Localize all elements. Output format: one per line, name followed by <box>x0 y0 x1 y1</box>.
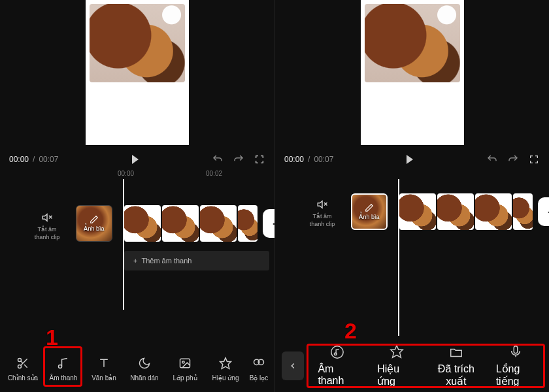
fullscreen-icon[interactable] <box>528 154 540 165</box>
undo-icon[interactable] <box>486 154 498 165</box>
tool-audio-label: Âm thanh <box>50 374 78 382</box>
edit-icon <box>365 203 374 212</box>
plus-icon: + <box>133 257 137 265</box>
tool-filter-label: Bộ lọc <box>250 374 269 382</box>
time-current: 00:00 <box>9 155 29 164</box>
video-preview <box>275 0 549 149</box>
clip-thumb[interactable] <box>200 205 237 242</box>
svg-marker-14 <box>318 201 322 208</box>
screenshot-step-2: 00:00 / 00:07 Tắt âm thanh clip <box>274 0 549 392</box>
music-note-icon <box>56 356 71 370</box>
folder-icon <box>449 345 463 359</box>
tool-filter[interactable]: Bộ lọc <box>246 356 271 382</box>
mic-icon <box>508 344 523 359</box>
add-audio-label: Thêm âm thanh <box>141 257 191 265</box>
svg-rect-9 <box>180 359 190 367</box>
tool-sticker-label: Nhãn dán <box>130 374 158 382</box>
svg-point-17 <box>331 346 343 358</box>
tool-edit-label: Chỉnh sửa <box>8 374 38 382</box>
svg-marker-19 <box>391 346 403 357</box>
tool-audio[interactable]: Âm thanh <box>44 356 83 382</box>
tool-sticker[interactable]: Nhãn dán <box>125 356 164 382</box>
annotation-step-1: 1 <box>46 325 58 350</box>
tool-extracted[interactable]: Đã trích xuất <box>437 345 476 387</box>
playhead[interactable] <box>123 179 124 310</box>
play-button[interactable] <box>407 155 413 164</box>
music-note-circle-icon <box>330 345 344 359</box>
tool-text[interactable]: Văn bản <box>84 356 124 382</box>
time-sep: / <box>33 155 35 164</box>
timeline[interactable]: Tắt âm thanh clip Ảnh bìa + + Thêm âm th… <box>0 186 274 346</box>
ruler-tick-0: 00:00 <box>118 170 134 186</box>
redo-icon[interactable] <box>233 154 244 165</box>
time-current: 00:00 <box>284 155 304 164</box>
mute-clip-button[interactable]: Tắt âm thanh clip <box>26 212 68 241</box>
clip-thumb[interactable] <box>124 205 161 242</box>
add-clip-button[interactable]: + <box>538 197 549 226</box>
mute-clip-line2: thanh clip <box>301 221 343 229</box>
ruler-tick-1: 00:02 <box>206 170 222 186</box>
svg-point-8 <box>59 365 62 368</box>
preview-image <box>90 4 185 82</box>
tool-extracted-label: Đã trích xuất <box>437 363 476 387</box>
tool-voice-label: Lồng tiếng <box>496 363 535 387</box>
preview-frame[interactable] <box>86 0 189 145</box>
cover-label: Ảnh bìa <box>359 214 379 220</box>
preview-frame[interactable] <box>361 0 464 145</box>
tool-sound-effects[interactable]: Hiệu ứng <box>377 344 416 387</box>
mute-clip-button[interactable]: Tắt âm thanh clip <box>301 199 343 228</box>
clip-thumb[interactable] <box>399 193 436 230</box>
scissors-icon <box>16 356 30 370</box>
ruler-spacer <box>275 170 549 186</box>
tool-overlay[interactable]: Lớp phủ <box>165 356 205 382</box>
svg-marker-0 <box>42 214 47 221</box>
tool-audio[interactable]: Âm thanh <box>318 345 357 387</box>
bottom-toolbar: Chỉnh sửa Âm thanh Văn bản Nhãn dán Lớp … <box>0 346 274 392</box>
clip-thumb[interactable] <box>513 193 533 230</box>
svg-rect-20 <box>514 346 518 353</box>
mute-clip-line2: thanh clip <box>26 234 68 242</box>
tool-overlay-label: Lớp phủ <box>173 374 197 382</box>
image-icon <box>178 356 192 370</box>
cover-chip[interactable]: Ảnh bìa <box>76 205 112 242</box>
mute-clip-line1: Tắt âm <box>301 213 343 221</box>
svg-point-18 <box>335 353 337 355</box>
cover-chip[interactable]: Ảnh bìa <box>351 193 388 230</box>
star-icon <box>218 356 233 370</box>
tool-effects-label-b: Hiệu ứng <box>377 363 416 387</box>
video-preview <box>0 0 274 149</box>
clip-thumb[interactable] <box>437 193 474 230</box>
back-button[interactable] <box>282 351 304 380</box>
undo-icon[interactable] <box>212 154 224 165</box>
tool-edit[interactable]: Chỉnh sửa <box>3 356 42 382</box>
video-track[interactable]: + <box>124 205 291 242</box>
star-icon <box>390 344 404 359</box>
add-audio-track[interactable]: + Thêm âm thanh <box>124 251 269 270</box>
text-icon <box>97 356 111 370</box>
tool-effects[interactable]: Hiệu ứng <box>206 356 245 382</box>
time-sep: / <box>308 155 310 164</box>
clip-thumb[interactable] <box>238 205 258 242</box>
cover-label: Ảnh bìa <box>84 225 104 232</box>
filter-icon <box>252 356 266 370</box>
moon-icon <box>137 356 152 370</box>
tool-audio-label-b: Âm thanh <box>318 363 357 387</box>
tool-effects-label: Hiệu ứng <box>212 374 239 382</box>
clip-thumb[interactable] <box>475 193 512 230</box>
time-total: 00:07 <box>314 155 333 164</box>
clip-thumb[interactable] <box>162 205 199 242</box>
timeline-ruler: 00:00 00:02 <box>0 170 274 186</box>
video-track[interactable]: + <box>399 193 549 230</box>
player-bar: 00:00 / 00:07 <box>275 149 549 170</box>
timeline[interactable]: Tắt âm thanh clip Ảnh bìa + 2 <box>275 186 549 344</box>
speaker-mute-icon <box>41 212 53 223</box>
fullscreen-icon[interactable] <box>254 154 265 165</box>
redo-icon[interactable] <box>507 154 519 165</box>
svg-point-10 <box>182 361 184 363</box>
player-bar: 00:00 / 00:07 <box>0 149 274 170</box>
tool-voiceover[interactable]: Lồng tiếng <box>496 344 535 387</box>
play-button[interactable] <box>132 155 139 164</box>
audio-toolbar: Âm thanh Hiệu ứng Đã trích xuất Lồng tiế… <box>275 344 549 392</box>
tool-text-label: Văn bản <box>92 374 116 382</box>
speaker-mute-icon <box>316 199 328 210</box>
